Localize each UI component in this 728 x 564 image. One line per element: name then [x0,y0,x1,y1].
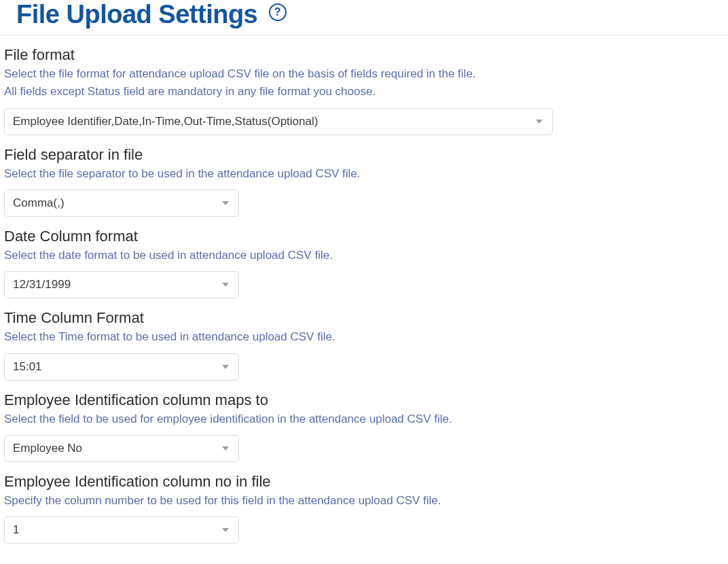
chevron-down-icon [222,283,229,287]
select-date-format-value: 12/31/1999 [13,278,71,292]
label-file-format: File format [4,46,724,64]
section-emp-id-col-no: Employee Identification column no in fil… [0,462,728,544]
chevron-down-icon [222,528,229,532]
select-emp-id-col-no-value: 1 [13,523,19,537]
chevron-down-icon [222,201,229,205]
select-emp-id-col-no[interactable]: 1 [4,516,239,544]
section-time-format: Time Column Format Select the Time forma… [0,298,728,380]
chevron-down-icon [222,365,229,369]
help-emp-id-col-no: Specify the column number to be used for… [4,492,724,510]
label-emp-id-col-no: Employee Identification column no in fil… [4,473,724,491]
select-time-format[interactable]: 15:01 [4,353,239,381]
label-emp-id-maps-to: Employee Identification column maps to [4,391,724,409]
select-file-format-value: Employee Identifier,Date,In-Time,Out-Tim… [13,115,318,128]
chevron-down-icon [536,120,543,124]
help-date-format: Select the date format to be used in att… [4,247,724,264]
select-date-format[interactable]: 12/31/1999 [4,271,239,298]
help-icon[interactable]: ? [269,3,287,21]
chevron-down-icon [222,446,229,451]
help-field-separator: Select the file separator to be used in … [4,165,724,183]
help-time-format: Select the Time format to be used in att… [4,328,724,346]
label-date-format: Date Column format [4,228,724,245]
help-emp-id-maps-to: Select the field to be used for employee… [4,410,724,428]
section-field-separator: Field separator in file Select the file … [0,135,728,217]
help-file-format-2: All fields except Status field are manda… [4,83,391,101]
select-emp-id-maps-to[interactable]: Employee No [4,435,239,462]
select-emp-id-maps-to-value: Employee No [13,442,82,455]
select-time-format-value: 15:01 [13,360,42,374]
section-file-format: File format Select the file format for a… [0,35,728,135]
select-field-separator[interactable]: Comma(,) [4,190,239,217]
section-date-format: Date Column format Select the date forma… [0,217,728,298]
select-file-format[interactable]: Employee Identifier,Date,In-Time,Out-Tim… [4,108,553,135]
label-field-separator: Field separator in file [4,146,724,164]
label-time-format: Time Column Format [4,309,724,327]
select-field-separator-value: Comma(,) [13,196,65,210]
help-file-format-1: Select the file format for attendance up… [4,65,724,83]
section-emp-id-maps-to: Employee Identification column maps to S… [0,381,728,462]
page-title: File Upload Settings [16,0,257,29]
